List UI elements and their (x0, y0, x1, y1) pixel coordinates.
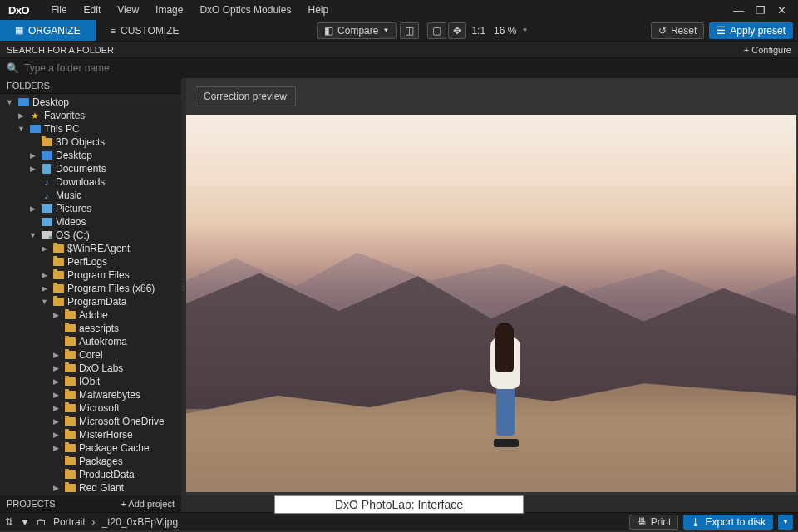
reset-button[interactable]: ↺ Reset (651, 22, 704, 39)
twisty-icon[interactable]: ▶ (52, 377, 61, 386)
tree-item[interactable]: aescripts (0, 322, 181, 335)
tree-item[interactable]: ▶Documents (0, 162, 181, 175)
tree-item[interactable]: ♪Downloads (0, 175, 181, 189)
twisty-icon[interactable]: ▶ (52, 484, 61, 492)
tree-item[interactable]: ▼This PC (0, 122, 181, 135)
folder-tree[interactable]: ▼Desktop▶★Favorites▼This PC3D Objects▶De… (0, 94, 181, 495)
apply-preset-button[interactable]: ☰ Apply preset (709, 22, 793, 39)
folder-icon (52, 283, 64, 293)
tree-item[interactable]: ▶DxO Labs (0, 362, 181, 375)
tab-customize[interactable]: ≡ CUSTOMIZE (96, 20, 195, 41)
menu-help[interactable]: Help (299, 4, 337, 16)
compare-button[interactable]: ◧ Compare ▼ (317, 22, 397, 39)
menu-file[interactable]: File (42, 4, 75, 16)
add-project-link[interactable]: + Add project (121, 499, 175, 509)
tree-item[interactable]: ♪Music (0, 189, 181, 202)
folder-icon (64, 470, 76, 480)
folder-icon (64, 337, 76, 347)
ratio-label[interactable]: 1:1 (468, 25, 489, 37)
zoom-value[interactable]: 16 % (490, 25, 520, 37)
tree-item[interactable]: 3D Objects (0, 135, 181, 149)
twisty-icon[interactable]: ▶ (17, 111, 26, 120)
twisty-icon[interactable]: ▼ (40, 298, 49, 306)
tree-item-label: Program Files (67, 269, 130, 281)
print-button[interactable]: 🖶 Print (629, 515, 679, 530)
export-button[interactable]: ⭳ Export to disk (683, 515, 773, 530)
split-view-button[interactable]: ◫ (400, 22, 419, 39)
tree-item[interactable]: Autokroma (0, 335, 181, 348)
twisty-icon[interactable]: ▶ (28, 204, 37, 213)
tree-item[interactable]: ▶Desktop (0, 149, 181, 162)
window-minimize-icon[interactable]: — (733, 4, 744, 17)
twisty-icon[interactable]: ▶ (52, 417, 61, 426)
export-dropdown[interactable]: ▼ (778, 515, 793, 530)
menu-view[interactable]: View (109, 4, 147, 16)
window-maximize-icon[interactable]: ❐ (756, 4, 766, 17)
twisty-icon[interactable]: ▶ (52, 364, 61, 372)
twisty-icon[interactable]: ▶ (40, 271, 49, 279)
app-logo: DxO (5, 4, 32, 17)
correction-preview-button[interactable]: Correction preview (195, 86, 296, 106)
tree-item[interactable]: ▶Program Files (0, 268, 181, 282)
tree-item[interactable]: ▼OS (C:) (0, 229, 181, 242)
breadcrumb-folder[interactable]: Portrait (53, 516, 86, 528)
configure-link[interactable]: + Configure (744, 45, 791, 55)
tree-item-label: Documents (56, 163, 106, 175)
tree-item[interactable]: ProductData (0, 468, 181, 481)
tree-item[interactable]: ▶Package Cache (0, 441, 181, 455)
move-button[interactable]: ✥ (448, 22, 466, 39)
search-box[interactable]: 🔍 (0, 58, 798, 78)
tree-item[interactable]: ▶Microsoft (0, 401, 181, 415)
tree-item-label: OS (C:) (56, 229, 90, 241)
filter-icon[interactable]: ▼ (20, 516, 30, 528)
tree-item[interactable]: ▶Adobe (0, 308, 181, 322)
tab-organize[interactable]: ▦ ORGANIZE (0, 20, 96, 41)
twisty-icon[interactable]: ▶ (40, 244, 49, 253)
tree-item[interactable]: ▶Program Files (x86) (0, 282, 181, 295)
tree-item[interactable]: ▼Desktop (0, 96, 181, 109)
twisty-icon[interactable]: ▶ (52, 351, 61, 359)
tree-item[interactable]: ▶$WinREAgent (0, 242, 181, 255)
search-title: SEARCH FOR A FOLDER (7, 45, 114, 55)
tree-item-label: Videos (56, 216, 86, 228)
twisty-icon[interactable]: ▶ (52, 391, 61, 399)
twisty-icon[interactable]: ▶ (28, 165, 37, 173)
twisty-icon[interactable]: ▶ (28, 151, 37, 160)
move-icon: ✥ (453, 25, 461, 37)
menu-edit[interactable]: Edit (76, 4, 110, 16)
tree-item[interactable]: ▶IObit (0, 375, 181, 388)
caption-overlay: DxO PhotoLab: Interface (274, 495, 524, 514)
twisty-icon[interactable]: ▶ (52, 431, 61, 439)
tree-item[interactable]: ▶Pictures (0, 202, 181, 215)
tree-item[interactable]: ▼ProgramData (0, 295, 181, 308)
menu-optics[interactable]: DxO Optics Modules (191, 4, 299, 16)
window-close-icon[interactable]: ✕ (777, 4, 786, 17)
twisty-icon[interactable]: ▼ (5, 98, 14, 106)
tree-item-label: Corel (79, 349, 103, 361)
tree-item[interactable]: ▶Malwarebytes (0, 388, 181, 401)
twisty-icon[interactable]: ▼ (17, 125, 26, 133)
twisty-icon[interactable]: ▼ (28, 231, 37, 239)
fit-button[interactable]: ▢ (427, 22, 446, 39)
tree-item[interactable]: ▶Red Giant (0, 481, 181, 495)
tree-item[interactable]: PerfLogs (0, 255, 181, 268)
twisty-icon[interactable]: ▶ (52, 444, 61, 452)
tree-item[interactable]: ▶Corel (0, 348, 181, 362)
pic-icon (41, 217, 52, 227)
image-viewer[interactable]: Correction preview (186, 78, 798, 495)
reset-label: Reset (671, 25, 697, 37)
twisty-icon[interactable]: ▶ (52, 404, 61, 412)
tree-item[interactable]: ▶★Favorites (0, 109, 181, 122)
tree-item[interactable]: ▶MisterHorse (0, 428, 181, 441)
tree-item[interactable]: Packages (0, 455, 181, 468)
search-input[interactable] (24, 62, 791, 74)
zoom-dropdown-icon[interactable]: ▼ (521, 27, 528, 34)
tab-customize-label: CUSTOMIZE (121, 25, 179, 37)
sort-icon[interactable]: ⇅ (5, 516, 13, 528)
menu-image[interactable]: Image (147, 4, 191, 16)
twisty-icon[interactable]: ▶ (40, 284, 49, 293)
tree-item[interactable]: ▶Microsoft OneDrive (0, 415, 181, 428)
folder-icon (64, 416, 76, 426)
tree-item[interactable]: Videos (0, 215, 181, 229)
twisty-icon[interactable]: ▶ (52, 311, 61, 319)
